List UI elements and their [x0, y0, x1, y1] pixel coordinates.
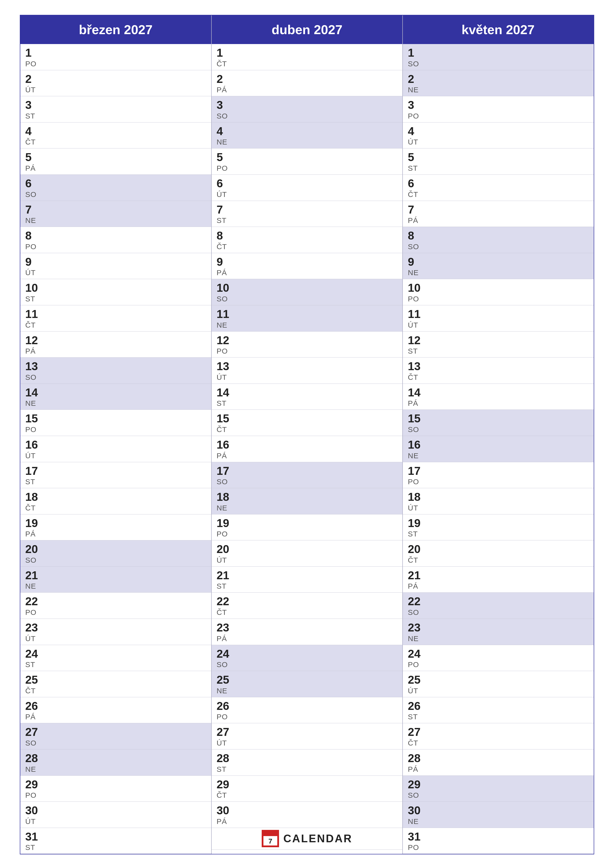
day-name: ST [25, 660, 206, 669]
day-row: 8ČT [212, 227, 403, 253]
day-row: 13ÚT [212, 358, 403, 384]
month-col-3: květen 20271SO2NE3PO4ÚT5ST6ČT7PÁ8SO9NE10… [403, 16, 594, 854]
day-row: 9ÚT [20, 253, 211, 279]
day-number: 5 [408, 151, 589, 164]
day-number: 27 [408, 726, 589, 738]
day-row: 3PO [403, 96, 594, 122]
day-row: 29ČT [212, 776, 403, 802]
day-row: 25NE [212, 671, 403, 697]
day-number: 27 [25, 726, 206, 738]
day-name: SO [408, 791, 589, 800]
day-row: 5PÁ [20, 149, 211, 175]
day-number: 4 [408, 125, 589, 138]
day-row: 10PO [403, 279, 594, 305]
day-name: ÚT [25, 268, 206, 277]
day-row: 13SO [20, 358, 211, 384]
day-row: 5PO [212, 149, 403, 175]
day-number: 7 [408, 203, 589, 216]
day-row: 23NE [403, 619, 594, 645]
day-number: 9 [25, 256, 206, 268]
day-name: NE [25, 216, 206, 225]
day-number: 9 [217, 256, 398, 268]
day-number: 25 [217, 674, 398, 686]
day-name: ST [217, 399, 398, 408]
day-row: 14NE [20, 384, 211, 410]
day-row: 25ÚT [403, 671, 594, 697]
day-name: SO [217, 295, 398, 303]
day-name: ČT [217, 60, 398, 68]
day-number: 27 [217, 726, 398, 738]
day-name: ÚT [25, 451, 206, 460]
day-number: 2 [25, 73, 206, 85]
day-name: PÁ [408, 765, 589, 773]
day-row: 19PÁ [20, 515, 211, 541]
day-number: 29 [408, 778, 589, 791]
day-number: 17 [25, 465, 206, 477]
day-name: PO [25, 60, 206, 68]
day-row: 17SO [212, 462, 403, 488]
day-row: 26PÁ [20, 697, 211, 724]
day-name: NE [408, 85, 589, 94]
day-name: PÁ [408, 582, 589, 591]
day-number: 3 [408, 99, 589, 112]
day-number: 1 [217, 46, 398, 59]
svg-text:7: 7 [268, 837, 272, 845]
day-name: SO [408, 60, 589, 68]
day-number: 25 [25, 674, 206, 686]
day-name: ÚT [25, 817, 206, 826]
day-name: ST [217, 765, 398, 773]
day-name: ÚT [217, 556, 398, 564]
day-name: NE [25, 582, 206, 591]
day-name: PO [408, 477, 589, 486]
day-number: 26 [25, 700, 206, 712]
day-row: 4ČT [20, 122, 211, 149]
day-name: ÚT [25, 634, 206, 643]
day-row: 19ST [403, 515, 594, 541]
day-number: 10 [25, 282, 206, 294]
day-name: ST [25, 112, 206, 120]
day-number: 30 [408, 804, 589, 817]
day-name: PÁ [408, 399, 589, 408]
svg-rect-3 [263, 832, 277, 836]
day-number: 22 [408, 595, 589, 608]
day-number: 10 [217, 282, 398, 294]
day-row: 10SO [212, 279, 403, 305]
day-row: 29PO [20, 776, 211, 802]
day-name: SO [217, 112, 398, 120]
day-number: 31 [408, 831, 589, 843]
day-number: 20 [25, 543, 206, 555]
day-number: 15 [217, 412, 398, 425]
day-row: 6SO [20, 175, 211, 201]
day-row: 28NE [20, 749, 211, 776]
day-row: 2PÁ [212, 70, 403, 96]
day-row: 17PO [403, 462, 594, 488]
day-name: PÁ [25, 347, 206, 355]
day-row: 12PO [212, 332, 403, 358]
day-number: 3 [25, 99, 206, 112]
day-name: SO [408, 242, 589, 251]
day-number: 22 [25, 595, 206, 608]
month-header-2: duben 2027 [212, 16, 403, 44]
day-row: 21PÁ [403, 567, 594, 593]
day-number: 29 [25, 778, 206, 791]
day-name: PÁ [25, 713, 206, 721]
day-number: 21 [25, 569, 206, 582]
day-row: 6ÚT [212, 175, 403, 201]
day-number: 14 [25, 386, 206, 399]
day-name: PÁ [25, 530, 206, 538]
day-name: ST [408, 713, 589, 721]
day-row: 31PO [403, 828, 594, 854]
day-number: 19 [217, 517, 398, 530]
day-name: ÚT [408, 504, 589, 512]
day-name: PÁ [217, 634, 398, 643]
day-name: SO [25, 739, 206, 747]
day-number: 2 [217, 73, 398, 85]
day-row: 28ST [212, 749, 403, 776]
day-name: SO [25, 373, 206, 381]
day-number: 31 [25, 831, 206, 843]
day-number: 21 [408, 569, 589, 582]
day-name: PÁ [217, 268, 398, 277]
day-row: 15SO [403, 410, 594, 436]
day-name: PO [217, 530, 398, 538]
day-number: 30 [25, 804, 206, 817]
